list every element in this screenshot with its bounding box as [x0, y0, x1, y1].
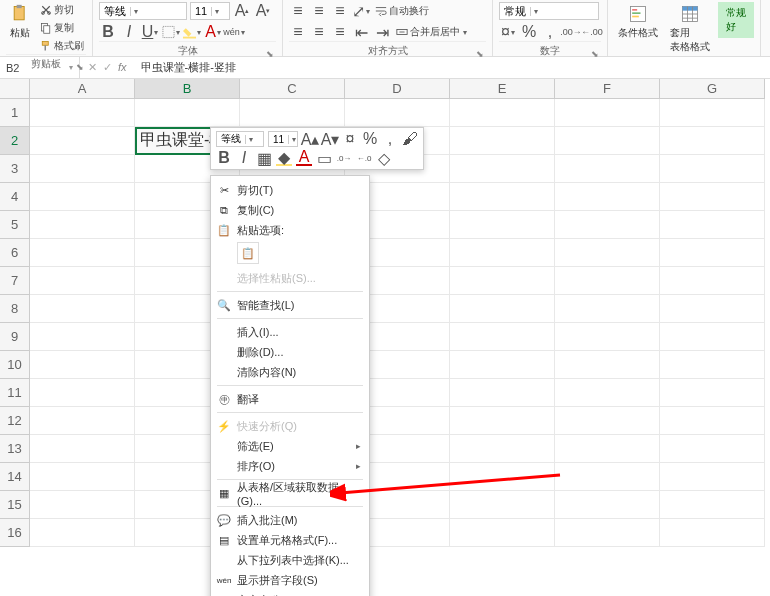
ctx-translate[interactable]: ㊥翻译: [211, 389, 369, 409]
mini-incdec-icon[interactable]: ←.0: [356, 150, 372, 166]
ctx-format-cells[interactable]: ▤设置单元格格式(F)...: [211, 530, 369, 550]
table-format-button[interactable]: 套用 表格格式: [666, 2, 714, 56]
mini-border-icon[interactable]: ▦: [256, 150, 272, 166]
col-header[interactable]: A: [30, 79, 135, 99]
font-expand-icon[interactable]: ⬊: [266, 49, 274, 59]
increase-decimal-icon[interactable]: .00→: [562, 23, 580, 41]
col-header[interactable]: E: [450, 79, 555, 99]
font-name-combo[interactable]: 等线▾: [99, 2, 187, 20]
align-right-icon[interactable]: ≡: [331, 23, 349, 41]
row-header[interactable]: 12: [0, 407, 30, 435]
clipboard-expand-icon[interactable]: ⬊: [76, 62, 84, 72]
ctx-smart-lookup[interactable]: 🔍智能查找(L): [211, 295, 369, 315]
col-header[interactable]: B: [135, 79, 240, 99]
align-expand-icon[interactable]: ⬊: [476, 49, 484, 59]
increase-font-icon[interactable]: A▴: [233, 2, 251, 20]
orientation-icon[interactable]: ⤢▾: [352, 2, 370, 20]
italic-icon[interactable]: I: [120, 23, 138, 41]
mini-incfont-icon[interactable]: A▴: [302, 131, 318, 147]
mini-italic-icon[interactable]: I: [236, 150, 252, 166]
mini-fill-icon[interactable]: ◆: [276, 150, 292, 166]
fill-color-icon[interactable]: ▾: [183, 23, 201, 41]
ctx-define-name[interactable]: 定义名称(A)...: [211, 590, 369, 596]
row-header[interactable]: 6: [0, 239, 30, 267]
col-header[interactable]: D: [345, 79, 450, 99]
row-header[interactable]: 15: [0, 491, 30, 519]
row-header[interactable]: 5: [0, 211, 30, 239]
row-header[interactable]: 14: [0, 463, 30, 491]
ctx-show-pinyin[interactable]: wén显示拼音字段(S): [211, 570, 369, 590]
percent-icon[interactable]: %: [520, 23, 538, 41]
align-center-icon[interactable]: ≡: [310, 23, 328, 41]
row-header[interactable]: 11: [0, 379, 30, 407]
row-header[interactable]: 1: [0, 99, 30, 127]
font-color-icon[interactable]: A▾: [204, 23, 222, 41]
align-bottom-icon[interactable]: ≡: [331, 2, 349, 20]
row-header[interactable]: 7: [0, 267, 30, 295]
mini-percent-icon[interactable]: %: [362, 131, 378, 147]
row-header[interactable]: 10: [0, 351, 30, 379]
mini-decdec-icon[interactable]: .0→: [336, 150, 352, 166]
mini-clear-icon[interactable]: ◇: [376, 150, 392, 166]
mini-bold-icon[interactable]: B: [216, 150, 232, 166]
row-header[interactable]: 8: [0, 295, 30, 323]
cell-style-good[interactable]: 常规 好: [718, 2, 754, 38]
mini-currency-icon[interactable]: ¤: [342, 131, 358, 147]
cond-format-button[interactable]: 条件格式: [614, 2, 662, 42]
ctx-from-table[interactable]: ▦从表格/区域获取数据(G)...: [211, 483, 369, 503]
formula-input[interactable]: 甲虫课堂-横排-竖排: [135, 60, 770, 75]
mini-fontcolor-icon[interactable]: A: [296, 150, 312, 166]
align-left-icon[interactable]: ≡: [289, 23, 307, 41]
ctx-insert[interactable]: 插入(I)...: [211, 322, 369, 342]
col-header[interactable]: G: [660, 79, 765, 99]
ctx-insert-comment[interactable]: 💬插入批注(M): [211, 510, 369, 530]
col-header[interactable]: C: [240, 79, 345, 99]
mini-merge-icon[interactable]: ▭: [316, 150, 332, 166]
cut-button[interactable]: 剪切: [38, 2, 86, 18]
row-header[interactable]: 9: [0, 323, 30, 351]
merge-center-button[interactable]: 合并后居中▾: [394, 24, 469, 40]
ctx-copy[interactable]: ⧉复制(C): [211, 200, 369, 220]
row-header[interactable]: 13: [0, 435, 30, 463]
align-middle-icon[interactable]: ≡: [310, 2, 328, 20]
paste-default-icon[interactable]: 📋: [237, 242, 259, 264]
border-icon[interactable]: ▾: [162, 23, 180, 41]
mini-comma-icon[interactable]: ,: [382, 131, 398, 147]
comma-icon[interactable]: ,: [541, 23, 559, 41]
pinyin-icon[interactable]: wén▾: [225, 23, 243, 41]
ctx-filter[interactable]: 筛选(E)▸: [211, 436, 369, 456]
decrease-decimal-icon[interactable]: ←.00: [583, 23, 601, 41]
copy-button[interactable]: 复制: [38, 20, 86, 36]
ctx-clear[interactable]: 清除内容(N): [211, 362, 369, 382]
select-all-corner[interactable]: [0, 79, 30, 99]
row-header[interactable]: 4: [0, 183, 30, 211]
mini-decfont-icon[interactable]: A▾: [322, 131, 338, 147]
confirm-fn-icon[interactable]: ✓: [103, 61, 112, 74]
fx-icon[interactable]: fx: [118, 61, 127, 74]
align-top-icon[interactable]: ≡: [289, 2, 307, 20]
wrap-text-button[interactable]: 自动换行: [373, 3, 431, 19]
format-painter-button[interactable]: 格式刷: [38, 38, 86, 54]
ctx-pick-from-list[interactable]: 从下拉列表中选择(K)...: [211, 550, 369, 570]
ctx-sort[interactable]: 排序(O)▸: [211, 456, 369, 476]
col-header[interactable]: F: [555, 79, 660, 99]
mini-font-combo[interactable]: 等线▾: [216, 131, 264, 147]
mini-fmtpainter-icon[interactable]: 🖌: [402, 131, 418, 147]
mini-size-combo[interactable]: 11▾: [268, 131, 298, 147]
row-header[interactable]: 16: [0, 519, 30, 547]
cancel-fn-icon[interactable]: ✕: [88, 61, 97, 74]
font-size-combo[interactable]: 11▾: [190, 2, 230, 20]
ctx-delete[interactable]: 删除(D)...: [211, 342, 369, 362]
ctx-cut[interactable]: ✂剪切(T): [211, 180, 369, 200]
underline-icon[interactable]: U▾: [141, 23, 159, 41]
decrease-font-icon[interactable]: A▾: [254, 2, 272, 20]
bold-icon[interactable]: B: [99, 23, 117, 41]
increase-indent-icon[interactable]: ⇥: [373, 23, 391, 41]
row-header[interactable]: 3: [0, 155, 30, 183]
row-header[interactable]: 2: [0, 127, 30, 155]
number-expand-icon[interactable]: ⬊: [591, 49, 599, 59]
decrease-indent-icon[interactable]: ⇤: [352, 23, 370, 41]
number-format-combo[interactable]: 常规▾: [499, 2, 599, 20]
paste-button[interactable]: 粘贴: [6, 2, 34, 42]
currency-icon[interactable]: ¤▾: [499, 23, 517, 41]
